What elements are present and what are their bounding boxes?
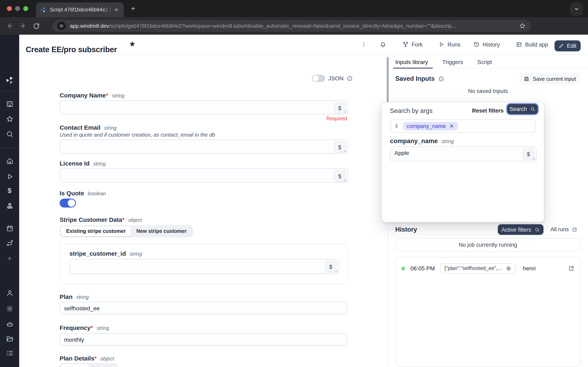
page-title: Create EE/pro subscriber	[26, 45, 117, 54]
history-button[interactable]: History	[473, 35, 500, 54]
saved-inputs-title: Saved Inputs	[395, 75, 435, 82]
open-run-external-icon[interactable]	[568, 265, 575, 272]
edit-button[interactable]: Edit	[554, 40, 581, 51]
search-by-args-popup: Search by args Reset filters Search comp…	[381, 102, 544, 222]
tab-triggers[interactable]: Triggers	[442, 59, 463, 65]
site-info-icon[interactable]	[57, 22, 66, 30]
company-name-input[interactable]	[60, 101, 347, 114]
history-clock-icon	[473, 41, 480, 48]
field-type: string	[112, 93, 124, 99]
history-run-row[interactable]: 06:05 PM {"plan":"selfhosted_ee",... hen…	[401, 262, 575, 275]
windmill-logo[interactable]	[0, 73, 19, 87]
browser-tab[interactable]: Script 476f1bdce46b94e2 | W ✕	[36, 2, 124, 17]
pencil-icon	[559, 43, 564, 49]
traffic-light-minimize[interactable]	[15, 6, 20, 11]
contact-email-input[interactable]	[60, 140, 347, 153]
active-filters-button[interactable]: Active filters	[498, 224, 544, 235]
chip-remove-x-icon[interactable]	[449, 124, 454, 128]
reset-filters-link[interactable]: Reset filters	[472, 108, 504, 114]
url-path: /scripts/get/476f1bdce46b94e2?workspace=…	[109, 23, 456, 29]
plan-details-label-row: Plan Details* object	[60, 355, 114, 362]
active-tab-underline	[393, 67, 433, 68]
sidebar-item-flows-route-icon[interactable]	[0, 236, 19, 250]
no-job-box: No job currently running	[395, 238, 581, 252]
edit-label: Edit	[567, 43, 577, 49]
arg-chip: company_name	[403, 122, 458, 130]
tab-close-icon[interactable]: ✕	[113, 7, 120, 13]
sidebar-item-folders-icon[interactable]	[0, 332, 19, 346]
resize-grip[interactable]	[343, 149, 347, 152]
plan-input[interactable]: selfhosted_ee	[60, 302, 347, 314]
sidebar-item-search-icon[interactable]	[0, 127, 19, 141]
resize-grip[interactable]	[343, 110, 347, 113]
frequency-input[interactable]: monthly	[60, 333, 347, 346]
sidebar-item-workspace[interactable]	[0, 97, 19, 111]
field-label: Is Quote	[60, 190, 84, 197]
json-toggle[interactable]	[312, 75, 325, 82]
field-label: License Id	[60, 160, 90, 167]
stripe-customer-id-input[interactable]	[70, 259, 338, 274]
history-list-card: 06:05 PM {"plan":"selfhosted_ee",... hen…	[395, 257, 581, 367]
sidebar-item-variables-dollar-icon[interactable]: $	[0, 184, 19, 197]
build-app-button[interactable]: Build app	[516, 35, 548, 54]
sidebar-item-workers-robot-icon[interactable]	[0, 317, 19, 331]
plan-details-tab[interactable]	[61, 364, 89, 367]
required-asterisk: *	[94, 355, 97, 362]
search-icon	[530, 106, 536, 112]
args-filter-select[interactable]: company_name	[390, 119, 536, 133]
header-kebab-icon[interactable]	[361, 35, 367, 54]
select-chevrons-icon	[394, 123, 399, 129]
favorite-star-icon[interactable]	[129, 40, 136, 48]
contact-email-label-row: Contact Email string	[60, 124, 117, 131]
resize-grip[interactable]	[334, 269, 338, 273]
bookmark-star-icon[interactable]	[519, 22, 526, 29]
arg-chip-label: company_name	[407, 123, 446, 129]
tab-new-stripe-customer[interactable]: New stripe customer	[131, 226, 192, 236]
address-bar[interactable]: app.windmill.dev/scripts/get/476f1bdce46…	[52, 20, 531, 32]
traffic-light-zoom[interactable]	[23, 6, 28, 11]
field-label: Contact Email	[60, 124, 100, 131]
sidebar-item-schedules-calendar-icon[interactable]	[0, 221, 19, 235]
field-label: Plan	[60, 293, 72, 300]
sidebar-item-home-icon[interactable]	[0, 154, 19, 168]
tab-inputs-library[interactable]: Inputs library	[395, 59, 428, 65]
sidebar-item-add-plus-icon[interactable]: +	[0, 251, 19, 265]
sidebar-item-runs-play-icon[interactable]	[0, 170, 19, 184]
notifications-bell-icon[interactable]	[379, 35, 387, 54]
all-runs-link[interactable]: All runs	[550, 226, 577, 233]
resize-grip[interactable]	[343, 178, 347, 182]
search-button[interactable]: Search	[507, 104, 538, 114]
is-quote-toggle[interactable]	[60, 199, 76, 208]
tab-script[interactable]: Script	[477, 59, 492, 65]
info-icon[interactable]	[438, 76, 444, 82]
forward-icon[interactable]	[19, 22, 27, 30]
runs-button[interactable]: Runs	[438, 35, 460, 54]
reload-icon[interactable]	[33, 22, 40, 30]
license-id-input[interactable]	[60, 169, 347, 182]
sidebar-item-favorites-star-icon[interactable]	[0, 112, 19, 126]
sidebar-item-resources-cubes-icon[interactable]	[0, 199, 19, 213]
traffic-light-close[interactable]	[7, 6, 12, 11]
play-icon	[438, 41, 445, 48]
popup-value-input[interactable]: Apple	[390, 147, 536, 161]
runs-label: Runs	[448, 42, 460, 48]
sidebar-item-settings-gear-icon[interactable]	[0, 302, 19, 316]
license-id-label-row: License Id string	[60, 160, 106, 167]
fork-button[interactable]: Fork	[402, 35, 423, 54]
new-tab-button[interactable]: +	[128, 4, 138, 13]
sidebar-item-user-icon[interactable]	[0, 286, 19, 300]
save-current-input-button[interactable]: Save current input	[519, 73, 580, 84]
sidebar-divider	[0, 148, 19, 149]
sidebar-item-logs-list-icon[interactable]	[0, 346, 19, 360]
plan-details-tab[interactable]	[89, 364, 116, 367]
url-text: app.windmill.dev/scripts/get/476f1bdce46…	[70, 23, 516, 29]
info-icon[interactable]	[347, 75, 353, 81]
tab-search-button[interactable]	[570, 2, 583, 16]
resize-grip[interactable]	[532, 157, 535, 160]
license-id-field: $	[60, 168, 348, 183]
tab-existing-stripe-customer[interactable]: Existing stripe customer	[61, 226, 131, 236]
run-args-preview: {"plan":"selfhosted_ee",...	[444, 266, 502, 271]
run-args-pill[interactable]: {"plan":"selfhosted_ee",...	[440, 263, 516, 273]
stripe-customer-tabs: Existing stripe customer New stripe cust…	[60, 225, 193, 237]
back-icon[interactable]	[6, 22, 13, 30]
